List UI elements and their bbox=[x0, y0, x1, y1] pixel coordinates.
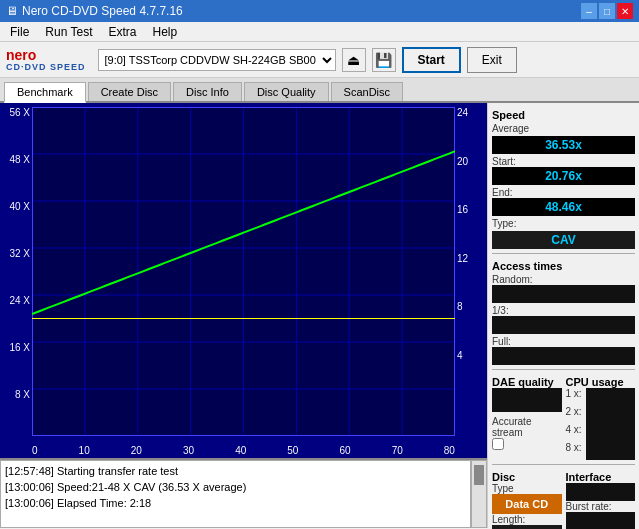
burst-label: Burst rate: bbox=[566, 501, 636, 512]
save-icon-button[interactable]: 💾 bbox=[372, 48, 396, 72]
log-content: [12:57:48] Starting transfer rate test [… bbox=[0, 460, 471, 528]
tab-disc-quality[interactable]: Disc Quality bbox=[244, 82, 329, 101]
start-label: Start: bbox=[492, 156, 635, 167]
chart-x-labels: 0 10 20 30 40 50 60 70 80 bbox=[32, 445, 455, 456]
dae-title: DAE quality bbox=[492, 376, 562, 388]
dae-value bbox=[492, 388, 562, 412]
log-line-1: [13:00:06] Speed:21-48 X CAV (36.53 X av… bbox=[5, 479, 466, 495]
exit-button[interactable]: Exit bbox=[467, 47, 517, 73]
close-button[interactable]: ✕ bbox=[617, 3, 633, 19]
burst-value bbox=[566, 512, 636, 529]
disc-title: Disc bbox=[492, 471, 562, 483]
type-label: Type: bbox=[492, 218, 635, 229]
tab-scan-disc[interactable]: ScanDisc bbox=[331, 82, 403, 101]
accurate-stream-checkbox[interactable] bbox=[492, 438, 504, 450]
toolbar: nero CD·DVD SPEED [9:0] TSSTcorp CDDVDW … bbox=[0, 42, 639, 78]
log-scroll-thumb[interactable] bbox=[474, 465, 484, 485]
cpu4x-label: 4 x: bbox=[566, 424, 582, 435]
menu-help[interactable]: Help bbox=[147, 23, 184, 41]
end-value: 48.46x bbox=[492, 198, 635, 216]
menu-bar: File Run Test Extra Help bbox=[0, 22, 639, 42]
tab-disc-info[interactable]: Disc Info bbox=[173, 82, 242, 101]
log-scrollbar[interactable] bbox=[471, 460, 487, 528]
chart-wrapper: 56 X 48 X 40 X 32 X 24 X 16 X 8 X 24 20 … bbox=[0, 103, 487, 458]
nero-cd-dvd-text: CD·DVD SPEED bbox=[6, 62, 86, 72]
log-area: [12:57:48] Starting transfer rate test [… bbox=[0, 458, 487, 528]
cpu1x-value bbox=[586, 388, 635, 406]
end-row: End: 48.46x bbox=[492, 187, 635, 216]
access-times-title: Access times bbox=[492, 260, 635, 272]
minimize-button[interactable]: – bbox=[581, 3, 597, 19]
y-left-24: 24 X bbox=[2, 295, 30, 306]
cpu2x-label: 2 x: bbox=[566, 406, 582, 417]
start-value: 20.76x bbox=[492, 167, 635, 185]
interface-title: Interface bbox=[566, 471, 636, 483]
title-bar: 🖥 Nero CD-DVD Speed 4.7.7.16 – □ ✕ bbox=[0, 0, 639, 22]
menu-run-test[interactable]: Run Test bbox=[39, 23, 98, 41]
main-content: 56 X 48 X 40 X 32 X 24 X 16 X 8 X 24 20 … bbox=[0, 103, 639, 528]
chart-y-left-labels: 56 X 48 X 40 X 32 X 24 X 16 X 8 X bbox=[2, 107, 30, 436]
nero-logo-text: nero bbox=[6, 48, 36, 62]
menu-extra[interactable]: Extra bbox=[102, 23, 142, 41]
accurate-label: Accurate bbox=[492, 416, 562, 427]
y-left-56: 56 X bbox=[2, 107, 30, 118]
start-end-row: Start: 20.76x bbox=[492, 156, 635, 185]
speed-title: Speed bbox=[492, 109, 635, 121]
interface-value bbox=[566, 483, 636, 501]
main-chart-canvas bbox=[32, 107, 455, 436]
type-value: CAV bbox=[492, 231, 635, 249]
y-right-4: 4 bbox=[457, 350, 485, 361]
full-label: Full: bbox=[492, 336, 635, 347]
cpu4x-value bbox=[586, 424, 635, 442]
y-left-8: 8 X bbox=[2, 389, 30, 400]
start-col: Start: 20.76x bbox=[492, 156, 635, 185]
y-right-20: 20 bbox=[457, 156, 485, 167]
onethird-label: 1/3: bbox=[492, 305, 635, 316]
y-left-40: 40 X bbox=[2, 201, 30, 212]
random-label: Random: bbox=[492, 274, 635, 285]
app-icon: 🖥 bbox=[6, 4, 18, 18]
stream-label: stream bbox=[492, 427, 562, 438]
avg-value: 36.53x bbox=[492, 136, 635, 154]
full-value bbox=[492, 347, 635, 365]
y-left-16: 16 X bbox=[2, 342, 30, 353]
title-bar-controls: – □ ✕ bbox=[581, 3, 633, 19]
tab-create-disc[interactable]: Create Disc bbox=[88, 82, 171, 101]
cpu2x-value bbox=[586, 406, 635, 424]
cpu8x-label: 8 x: bbox=[566, 442, 582, 453]
cpu-title: CPU usage bbox=[566, 376, 636, 388]
title-bar-title: 🖥 Nero CD-DVD Speed 4.7.7.16 bbox=[6, 4, 183, 18]
y-right-8: 8 bbox=[457, 301, 485, 312]
nero-logo: nero CD·DVD SPEED bbox=[6, 48, 86, 72]
tab-benchmark[interactable]: Benchmark bbox=[4, 82, 86, 103]
avg-label: Average bbox=[492, 123, 635, 134]
y-right-16: 16 bbox=[457, 204, 485, 215]
length-value: 79:57.70 bbox=[492, 525, 562, 529]
y-left-32: 32 X bbox=[2, 248, 30, 259]
y-right-12: 12 bbox=[457, 253, 485, 264]
y-right-24: 24 bbox=[457, 107, 485, 118]
chart-log-area: 56 X 48 X 40 X 32 X 24 X 16 X 8 X 24 20 … bbox=[0, 103, 487, 528]
cpu1x-label: 1 x: bbox=[566, 388, 582, 399]
onethird-value bbox=[492, 316, 635, 334]
eject-icon-button[interactable]: ⏏ bbox=[342, 48, 366, 72]
tabs: Benchmark Create Disc Disc Info Disc Qua… bbox=[0, 78, 639, 103]
right-panel: Speed Average 36.53x Start: 20.76x End: … bbox=[487, 103, 639, 528]
start-button[interactable]: Start bbox=[402, 47, 461, 73]
disc-type-value: Data CD bbox=[492, 494, 562, 514]
chart-y-right-labels: 24 20 16 12 8 4 bbox=[457, 107, 485, 436]
cpu8x-value bbox=[586, 442, 635, 460]
log-line-2: [13:00:06] Elapsed Time: 2:18 bbox=[5, 495, 466, 511]
menu-file[interactable]: File bbox=[4, 23, 35, 41]
random-value bbox=[492, 285, 635, 303]
length-label: Length: bbox=[492, 514, 562, 525]
disc-type-label: Type bbox=[492, 483, 562, 494]
drive-select[interactable]: [9:0] TSSTcorp CDDVDW SH-224GB SB00 bbox=[98, 49, 336, 71]
maximize-button[interactable]: □ bbox=[599, 3, 615, 19]
y-left-48: 48 X bbox=[2, 154, 30, 165]
end-label: End: bbox=[492, 187, 635, 198]
end-col: End: 48.46x bbox=[492, 187, 635, 216]
log-line-0: [12:57:48] Starting transfer rate test bbox=[5, 463, 466, 479]
app-title: Nero CD-DVD Speed 4.7.7.16 bbox=[22, 4, 183, 18]
